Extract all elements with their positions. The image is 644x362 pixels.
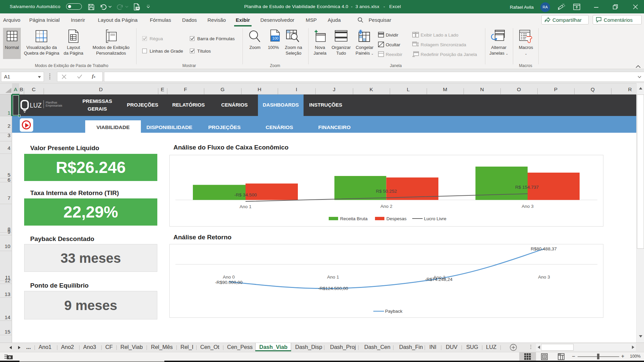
svg-text:Empresariais: Empresariais <box>46 104 62 107</box>
svg-text:Planilhas: Planilhas <box>46 101 57 104</box>
svg-text:LUZ: LUZ <box>30 101 42 109</box>
